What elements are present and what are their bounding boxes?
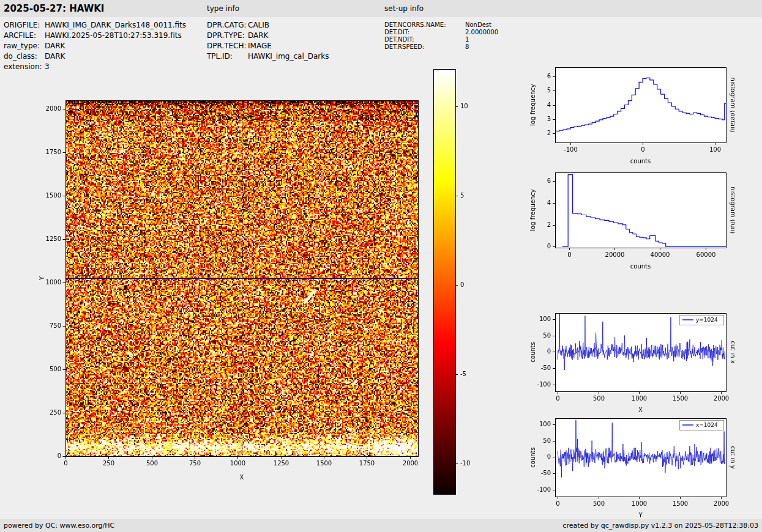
field-label: DET.NCORRS.NAME: (384, 21, 465, 29)
field-value: DARK (45, 52, 65, 61)
setup-info-row: DET.NCORRS.NAME:NonDest (384, 21, 498, 29)
field-value: HAWKI.2025-05-28T10:27:53.319.fits (45, 31, 182, 40)
field-value: DARK (45, 42, 65, 50)
setup-info-row: DET.NDIT:1 (384, 36, 498, 43)
field-value: 1 (465, 36, 469, 43)
file-info-row: ARCFILE:HAWKI.2025-05-28T10:27:53.319.fi… (4, 31, 186, 41)
field-label: DPR.TYPE: (207, 31, 248, 41)
file-info-row: ORIGFILE:HAWKI_IMG_DARK_Darks148_0011.fi… (4, 20, 186, 31)
setup-info-block: DET.NCORRS.NAME:NonDest DET.DIT:2.000000… (384, 21, 498, 51)
field-value: NonDest (465, 21, 491, 28)
qc-report-page: 2025-05-27: HAWKI type info set-up info … (0, 0, 762, 532)
field-label: ARCFILE: (4, 31, 45, 41)
histogram-full-canvas (523, 163, 734, 279)
histogram-detail-canvas (523, 58, 734, 174)
field-label: TPL.ID: (207, 51, 248, 62)
footer-bar: powered by QC: www.eso.org/HC created by… (0, 519, 762, 532)
field-value: 8 (465, 43, 469, 50)
field-value: CALIB (248, 21, 269, 29)
type-info-row: DPR.TECH:IMAGE (207, 41, 329, 51)
field-value: 2.0000000 (465, 29, 498, 35)
field-label: raw_type: (4, 41, 45, 51)
type-info-row: DPR.TYPE:DARK (207, 31, 329, 41)
setup-info-heading: set-up info (384, 0, 424, 17)
field-label: DPR.CATG: (207, 20, 248, 31)
field-label: do_class: (4, 51, 45, 62)
field-label: DPR.TECH: (207, 41, 248, 51)
field-label: ORIGFILE: (4, 20, 45, 31)
colorbar-canvas (430, 64, 485, 501)
field-value: HAWKI_img_cal_Darks (248, 52, 329, 61)
field-value: IMAGE (248, 42, 272, 50)
field-label: DET.DIT: (384, 29, 465, 36)
setup-info-row: DET.DIT:2.0000000 (384, 29, 498, 36)
field-label: DET.NDIT: (384, 36, 465, 43)
type-info-heading: type info (207, 0, 239, 17)
cut-in-y-canvas (523, 409, 734, 528)
created-by-text: created by qc_rawdisp.py v1.2.3 on 2025-… (562, 519, 758, 532)
setup-info-row: DET.RSPEED:8 (384, 43, 498, 51)
file-info-row: do_class:DARK (4, 51, 186, 62)
page-title: 2025-05-27: HAWKI (4, 0, 104, 17)
file-info-row: raw_type:DARK (4, 41, 186, 51)
type-info-row: TPL.ID:HAWKI_img_cal_Darks (207, 51, 329, 62)
type-info-row: DPR.CATG:CALIB (207, 20, 329, 31)
cut-in-x-canvas (523, 304, 734, 423)
raw-image-canvas (24, 61, 428, 489)
header-bar: 2025-05-27: HAWKI type info set-up info (0, 0, 762, 17)
field-label: DET.RSPEED: (384, 43, 465, 51)
field-value: DARK (248, 31, 268, 40)
type-info-block: DPR.CATG:CALIB DPR.TYPE:DARK DPR.TECH:IM… (207, 20, 329, 62)
qc-home-link[interactable]: powered by QC: www.eso.org/HC (4, 519, 114, 532)
field-value: HAWKI_IMG_DARK_Darks148_0011.fits (45, 21, 186, 29)
